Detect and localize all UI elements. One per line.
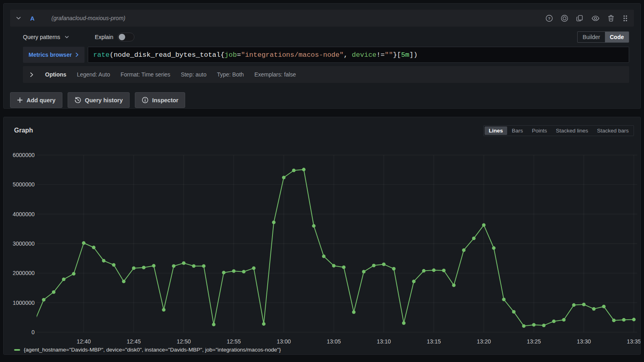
data-point[interactable] (432, 269, 436, 272)
data-point[interactable] (212, 323, 216, 327)
options-expand-icon[interactable] (29, 72, 34, 77)
data-point[interactable] (372, 264, 376, 267)
graph-mode-points[interactable]: Points (528, 126, 551, 135)
graph-mode-stacked-bars[interactable]: Stacked bars (593, 126, 633, 135)
data-point[interactable] (182, 261, 186, 265)
data-point[interactable] (552, 320, 556, 323)
graph-mode-lines[interactable]: Lines (485, 126, 507, 135)
metrics-browser-button[interactable]: Metrics browser (23, 47, 85, 63)
data-point[interactable] (162, 308, 165, 312)
eye-icon[interactable] (591, 14, 600, 22)
data-point[interactable] (302, 168, 305, 172)
data-point[interactable] (502, 298, 506, 301)
button-label: Add query (27, 97, 56, 103)
data-point[interactable] (622, 318, 626, 322)
data-point[interactable] (242, 270, 246, 273)
code-mode-button[interactable]: Code (605, 32, 629, 42)
help-circle-icon[interactable]: ? (545, 14, 553, 22)
query-patterns-dropdown[interactable]: Query patterns (23, 34, 69, 40)
options-stats: Legend: AutoFormat: Time seriesStep: aut… (77, 71, 296, 78)
data-point[interactable] (192, 264, 196, 268)
data-point[interactable] (572, 303, 576, 307)
data-point[interactable] (282, 176, 286, 179)
data-point[interactable] (412, 280, 416, 283)
record-circle-icon[interactable] (561, 14, 568, 22)
graph-legend[interactable]: {agent_hostname="Davids-MBP", device="di… (14, 347, 281, 353)
data-point[interactable] (492, 246, 495, 250)
data-point[interactable] (42, 298, 45, 302)
data-point[interactable] (312, 224, 316, 228)
data-point[interactable] (522, 324, 526, 328)
query-token: device (352, 51, 376, 59)
data-point[interactable] (112, 263, 116, 267)
data-point[interactable] (142, 266, 146, 269)
x-tick-label: 13:35 (627, 338, 640, 345)
trash-icon[interactable] (607, 14, 615, 22)
x-tick-label: 13:30 (577, 338, 591, 345)
explain-toggle[interactable] (118, 33, 134, 41)
data-point[interactable] (172, 264, 175, 268)
data-point[interactable] (612, 319, 616, 322)
x-tick-label: 13:25 (527, 338, 541, 345)
query-expression-input[interactable]: rate(node_disk_read_bytes_total{job="int… (88, 47, 629, 63)
data-point[interactable] (322, 254, 326, 258)
data-point[interactable] (562, 318, 566, 322)
data-point[interactable] (592, 307, 596, 311)
legend-series-label: {agent_hostname="Davids-MBP", device="di… (24, 347, 281, 353)
data-point[interactable] (92, 246, 95, 249)
query-toolbar: Query patterns Explain Builder Code (23, 31, 629, 43)
data-point[interactable] (102, 259, 105, 263)
data-point[interactable] (252, 267, 256, 270)
data-point[interactable] (582, 303, 586, 306)
data-point[interactable] (422, 269, 426, 273)
query-header-row[interactable]: A (grafanacloud-moxious-prom) ? (10, 10, 634, 27)
data-point[interactable] (82, 241, 86, 245)
data-point[interactable] (222, 271, 226, 275)
graph-mode-bars[interactable]: Bars (508, 126, 527, 135)
data-point[interactable] (132, 267, 136, 270)
data-point[interactable] (512, 310, 516, 314)
data-point[interactable] (462, 248, 466, 252)
query-token: != (376, 51, 384, 59)
add-query-button[interactable]: Add query (10, 92, 62, 108)
data-point[interactable] (202, 264, 206, 268)
data-point[interactable] (532, 323, 536, 327)
inspector-button[interactable]: Inspector (135, 92, 185, 108)
data-point[interactable] (272, 221, 276, 224)
data-point[interactable] (442, 269, 446, 272)
data-point[interactable] (262, 322, 266, 326)
data-point[interactable] (362, 270, 365, 273)
query-history-button[interactable]: Query history (68, 92, 130, 108)
query-token: rate (93, 51, 109, 59)
data-point[interactable] (352, 310, 356, 314)
data-point[interactable] (292, 169, 296, 172)
chevron-down-icon (64, 35, 69, 39)
data-point[interactable] (52, 290, 56, 294)
drag-handle-icon[interactable] (622, 14, 628, 22)
data-point[interactable] (232, 269, 235, 273)
copy-icon[interactable] (576, 14, 584, 22)
options-row[interactable]: Options Legend: AutoFormat: Time seriesS… (23, 66, 629, 83)
data-point[interactable] (482, 223, 486, 227)
data-point[interactable] (382, 263, 386, 266)
data-point[interactable] (602, 305, 606, 308)
data-point[interactable] (62, 277, 66, 281)
data-point[interactable] (392, 267, 396, 271)
data-point[interactable] (342, 265, 346, 269)
data-point[interactable] (72, 272, 76, 275)
data-point[interactable] (542, 324, 546, 327)
data-point[interactable] (632, 318, 636, 321)
toggle-knob (119, 34, 125, 40)
data-point[interactable] (402, 321, 406, 325)
data-point[interactable] (452, 283, 456, 287)
graph-canvas[interactable]: 0100000020000003000000400000050000006000… (4, 139, 640, 346)
data-point[interactable] (152, 264, 156, 268)
chevron-right-icon (75, 52, 79, 57)
data-point[interactable] (32, 322, 35, 325)
collapse-query-icon[interactable] (16, 15, 21, 21)
graph-mode-stacked-lines[interactable]: Stacked lines (552, 126, 592, 135)
data-point[interactable] (332, 264, 336, 268)
data-point[interactable] (472, 236, 476, 240)
builder-mode-button[interactable]: Builder (578, 32, 605, 42)
data-point[interactable] (122, 280, 126, 283)
